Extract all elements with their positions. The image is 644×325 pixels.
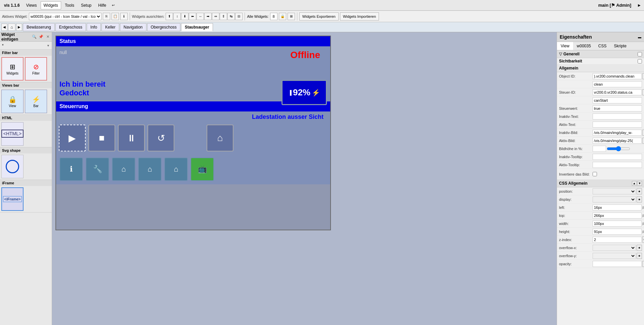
aktiv-tooltip-input[interactable] (593, 162, 642, 168)
import-btn[interactable]: Widgets Importieren (340, 12, 379, 20)
nav-btn-home3[interactable]: ⌂ (164, 157, 188, 181)
tab-home-btn[interactable]: ⌂ (8, 24, 15, 31)
css-display-select[interactable] (593, 196, 636, 202)
inaktiv-bild-btn[interactable]: ▪ (642, 130, 644, 136)
menu-tools[interactable]: Tools (62, 1, 77, 9)
widget-item-widgets[interactable]: ⊞ Widgets (1, 57, 24, 81)
inaktiv-bild-input[interactable]: /vis.0/main/img/play_w- (593, 130, 642, 136)
props-tab-view[interactable]: View (557, 42, 573, 50)
css-position-star-btn[interactable]: ★ (637, 188, 642, 194)
ctrl-btn-pause[interactable]: ⏸ (118, 125, 145, 151)
css-width-input[interactable]: 100px (593, 221, 642, 227)
pin-icon[interactable]: 📌 (38, 34, 44, 40)
undo-btn[interactable]: ↩ (110, 2, 117, 9)
ctrl-btn-refresh[interactable]: ↺ (147, 125, 174, 151)
canstart-input[interactable]: canStart (593, 97, 642, 103)
ctrl-btn-play[interactable]: ▶ (59, 125, 86, 151)
paste-widget-btn[interactable]: 📋 (112, 13, 119, 20)
css-zindex-up-btn[interactable]: ▲ (642, 236, 644, 239)
tab-nav-right[interactable]: ▶ (16, 24, 22, 31)
star-label[interactable]: * (2, 43, 47, 48)
nav-btn-home2[interactable]: ⌂ (138, 157, 162, 181)
tab-info[interactable]: Info (87, 23, 101, 31)
widget-select[interactable]: w00035 (jqui - ctrl - Icon State / val -… (29, 13, 101, 20)
tab-staubsauger[interactable]: Staubsauger (181, 23, 213, 31)
css-left-input[interactable]: 16px (593, 204, 642, 211)
nav-btn-tools[interactable]: 🔧 (86, 157, 109, 181)
views-bar-header[interactable]: Views bar (0, 82, 52, 88)
aktiv-text-input[interactable] (593, 122, 642, 128)
inaktiv-text-input[interactable] (593, 113, 642, 120)
tab-bewässerung[interactable]: Bewässerung (23, 23, 55, 31)
sichtbarkeit-checkbox[interactable] (638, 59, 642, 63)
css-position-select[interactable] (593, 188, 636, 194)
dist-v-btn[interactable]: ⇕ (220, 13, 227, 20)
css-scroll-up-btn[interactable]: ▲ (632, 181, 637, 186)
align-left-btn[interactable]: ⬅ (189, 13, 196, 20)
aktiv-bild-input[interactable]: /vis.0/main/img/play-25( (593, 138, 642, 144)
css-overflow-x-select[interactable] (593, 245, 636, 251)
svg-header[interactable]: Svg shape (0, 147, 52, 153)
align-top-btn[interactable]: ⬆ (166, 13, 173, 20)
invertiere-checkbox[interactable] (593, 172, 597, 176)
align-right-btn[interactable]: ➡ (204, 13, 212, 20)
tab-navigation[interactable]: Navigation (120, 23, 146, 31)
info-widget-btn[interactable]: ℹ (120, 13, 128, 20)
steuerwert-input[interactable]: true (593, 105, 642, 111)
copy-widget-btn[interactable]: ⎘ (103, 13, 110, 20)
nav-btn-home1[interactable]: ⌂ (112, 157, 135, 181)
same-w-btn[interactable]: ↹ (227, 13, 235, 20)
dist-h-btn[interactable]: ⇔ (212, 13, 219, 20)
menu-setup[interactable]: Setup (78, 1, 94, 9)
widget-item-view[interactable]: 🔒 View (1, 90, 24, 113)
tab-obergeschoss[interactable]: Obergeschoss (147, 23, 180, 31)
ctrl-btn-stop[interactable]: ■ (88, 125, 115, 151)
tab-erdgeschoss[interactable]: Erdgeschoss (55, 23, 86, 31)
css-overflow-x-star-btn[interactable]: ★ (637, 245, 642, 251)
props-tab-css[interactable]: CSS (595, 42, 610, 50)
widget-item-svg[interactable] (1, 155, 24, 178)
object-id-btn[interactable]: ▪ (642, 73, 644, 79)
clean-input[interactable]: clean (593, 81, 642, 87)
widget-item-bar[interactable]: ⚡ Bar (25, 90, 47, 113)
search-icon[interactable]: 🔍 (32, 34, 37, 40)
nav-btn-info[interactable]: ℹ (59, 157, 83, 181)
widget-item-iframe[interactable]: <iFrame> (1, 187, 24, 211)
collapse-right-btn[interactable]: ▶ (636, 2, 643, 9)
css-zindex-down-btn[interactable]: ▼ (642, 240, 644, 243)
steuer-id-btn[interactable]: ▪ (642, 89, 644, 95)
sidebar-close-btn[interactable]: ✕ (45, 34, 50, 40)
aktiv-bild-btn[interactable]: ▪ (642, 138, 644, 144)
tab-keller[interactable]: Keller (101, 23, 119, 31)
star-dropdown-icon[interactable]: ▼ (47, 44, 50, 47)
menu-widgets[interactable]: Widgets (41, 1, 61, 9)
css-overflow-y-star-btn[interactable]: ★ (637, 253, 642, 259)
css-zindex-input[interactable]: 2 (593, 237, 642, 243)
generell-checkbox[interactable] (638, 52, 642, 56)
css-overflow-y-select[interactable] (593, 253, 636, 259)
export-btn[interactable]: Widgets Exportieren (299, 12, 339, 20)
inaktiv-tooltip-input[interactable] (593, 154, 642, 160)
css-height-input[interactable]: 91px (593, 229, 642, 235)
menu-views[interactable]: Views (23, 1, 40, 9)
css-scroll-down-btn[interactable]: ▼ (637, 181, 642, 186)
props-tab-w00035[interactable]: w00035 (573, 42, 595, 50)
css-top-input[interactable]: 266px (593, 213, 642, 219)
ctrl-btn-home[interactable]: ⌂ (207, 125, 233, 151)
filter-bar-header[interactable]: Filter bar (0, 50, 52, 56)
css-opacity-input[interactable] (593, 261, 642, 267)
alle-widgets-lock-btn[interactable]: 🔒 (279, 13, 286, 20)
nav-btn-active[interactable]: 📺 (190, 157, 214, 181)
align-center-btn[interactable]: ↔ (197, 13, 204, 20)
widget-item-filter[interactable]: ⊘ Filter (25, 57, 47, 81)
alle-widgets-count[interactable]: 8 (270, 13, 277, 20)
same-h-btn[interactable]: ⊟ (235, 13, 243, 20)
align-bot-btn[interactable]: ⬇ (181, 13, 188, 20)
widget-item-html[interactable]: <HTML> (1, 122, 24, 146)
bildhoehe-input[interactable] (593, 146, 606, 152)
css-display-star-btn[interactable]: ★ (637, 196, 642, 202)
css-opacity-star-btn[interactable]: ★ (642, 261, 644, 267)
object-id-input[interactable]: ).vr200.commands.clean (593, 73, 642, 79)
tab-nav-left[interactable]: ◀ (1, 24, 7, 31)
align-mid-btn[interactable]: ↕ (173, 13, 181, 20)
